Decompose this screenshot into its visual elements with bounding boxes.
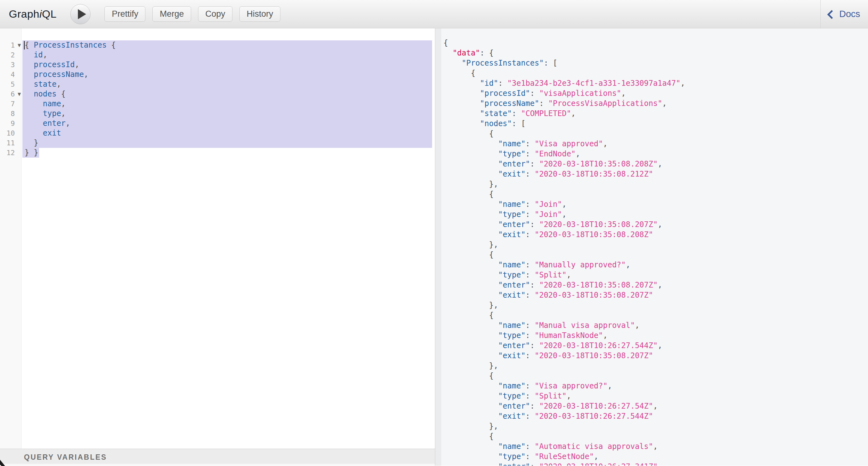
toolbar: GraphiQL PrettifyMergeCopyHistory Docs bbox=[0, 0, 868, 28]
query-line-9: 9 enter, bbox=[0, 119, 435, 128]
result-line: ▼ "nodes": [ bbox=[435, 119, 868, 129]
result-line: "type": "EndNode", bbox=[435, 149, 868, 159]
docs-tab[interactable]: Docs bbox=[820, 0, 868, 28]
fold-gutter-spacer bbox=[16, 70, 22, 80]
play-icon bbox=[78, 9, 86, 19]
result-pane[interactable]: ▼{▼ "data": {▼ "ProcessInstances": [▼ { … bbox=[435, 28, 868, 466]
query-line-4: 4 processName, bbox=[0, 70, 435, 80]
result-line: "type": "Split", bbox=[435, 270, 868, 280]
line-number: 9 bbox=[0, 119, 16, 128]
fold-gutter-spacer bbox=[16, 128, 22, 138]
result-line: "type": "HumanTaskNode", bbox=[435, 331, 868, 341]
prettify-button[interactable]: Prettify bbox=[104, 6, 146, 22]
result-line: ▼ { bbox=[435, 189, 868, 199]
text-selection bbox=[22, 80, 432, 89]
result-line: "name": "Visa approved?", bbox=[435, 381, 868, 391]
result-line: ▼ { bbox=[435, 310, 868, 320]
text-selection bbox=[22, 109, 432, 119]
query-editor-pane[interactable]: 1▼{ ProcessInstances {2 id,3 processId,4… bbox=[0, 28, 435, 466]
docs-label: Docs bbox=[839, 9, 860, 19]
result-line: "type": "Join", bbox=[435, 209, 868, 219]
result-line: }, bbox=[435, 240, 868, 250]
line-number: 2 bbox=[0, 50, 16, 60]
logo-part-i: i bbox=[39, 8, 42, 20]
result-line: "type": "RuleSetNode", bbox=[435, 452, 868, 462]
result-line: ▼{ bbox=[435, 38, 868, 48]
query-variables-bar[interactable]: QUERY VARIABLES bbox=[0, 449, 435, 466]
result-line: ▼ { bbox=[435, 431, 868, 441]
variables-editor-strip bbox=[0, 464, 435, 466]
text-selection bbox=[22, 138, 432, 148]
history-button[interactable]: History bbox=[239, 6, 280, 22]
fold-gutter-spacer bbox=[16, 60, 22, 70]
line-number: 10 bbox=[0, 128, 16, 138]
result-line: ▼ "data": { bbox=[435, 48, 868, 58]
query-line-10: 10 exit bbox=[0, 128, 435, 138]
result-line: "exit": "2020-03-18T10:35:08.207Z" bbox=[435, 290, 868, 300]
result-line: "type": "Split", bbox=[435, 391, 868, 401]
result-line: ▼ "ProcessInstances": [ bbox=[435, 58, 868, 68]
fold-gutter-spacer bbox=[16, 80, 22, 89]
result-line: }, bbox=[435, 300, 868, 310]
line-number: 11 bbox=[0, 138, 16, 148]
text-selection bbox=[22, 89, 432, 99]
query-line-12: 12} } bbox=[0, 148, 435, 158]
text-selection bbox=[22, 60, 432, 70]
result-line: "enter": "2020-03-18T10:35:08.207Z", bbox=[435, 280, 868, 290]
fold-gutter-spacer bbox=[16, 50, 22, 60]
query-line-2: 2 id, bbox=[0, 50, 435, 60]
chevron-left-icon bbox=[827, 10, 836, 19]
result-line: "name": "Join", bbox=[435, 199, 868, 209]
query-line-6: 6▼ nodes { bbox=[0, 89, 435, 99]
line-number: 7 bbox=[0, 99, 16, 109]
result-line: "processId": "visaApplications", bbox=[435, 88, 868, 98]
result-line: "name": "Visa approved", bbox=[435, 139, 868, 149]
fold-gutter-spacer bbox=[16, 109, 22, 119]
result-line: "exit": "2020-03-18T10:26:27.544Z" bbox=[435, 411, 868, 421]
line-number: 4 bbox=[0, 70, 16, 80]
result-line: "enter": "2020-03-18T10:26:27.54Z", bbox=[435, 401, 868, 411]
result-line: ▼ { bbox=[435, 129, 868, 139]
fold-gutter-spacer bbox=[16, 119, 22, 128]
query-editor-lines[interactable]: 1▼{ ProcessInstances {2 id,3 processId,4… bbox=[0, 28, 435, 449]
line-number: 8 bbox=[0, 109, 16, 119]
fold-gutter-spacer bbox=[16, 99, 22, 109]
copy-button[interactable]: Copy bbox=[198, 6, 232, 22]
line-number: 5 bbox=[0, 80, 16, 89]
text-selection bbox=[22, 119, 432, 128]
result-line: "name": "Automatic visa approvals", bbox=[435, 441, 868, 452]
text-selection bbox=[22, 128, 432, 138]
query-line-7: 7 name, bbox=[0, 99, 435, 109]
text-caret bbox=[24, 41, 25, 50]
merge-button[interactable]: Merge bbox=[152, 6, 191, 22]
result-line: "id": "3e1ba234-b2e3-4cf1-a331-1e33097a1… bbox=[435, 78, 868, 88]
result-line: "enter": "2020-03-18T10:26:27.341Z" bbox=[435, 462, 868, 466]
logo-part-graph: Graph bbox=[9, 8, 39, 20]
result-line: "state": "COMPLETED", bbox=[435, 108, 868, 119]
query-line-1: 1▼{ ProcessInstances { bbox=[0, 40, 435, 50]
graphiql-app: GraphiQL PrettifyMergeCopyHistory Docs 1… bbox=[0, 0, 868, 466]
result-line: "exit": "2020-03-18T10:35:08.207Z" bbox=[435, 351, 868, 361]
result-line: "exit": "2020-03-18T10:35:08.212Z" bbox=[435, 169, 868, 179]
result-line: "processName": "ProcessVisaApplications"… bbox=[435, 98, 868, 108]
result-line: "enter": "2020-03-18T10:26:27.544Z", bbox=[435, 341, 868, 351]
result-line: ▼ { bbox=[435, 250, 868, 260]
result-line: "enter": "2020-03-18T10:35:08.208Z", bbox=[435, 159, 868, 169]
app-logo: GraphiQL bbox=[9, 8, 57, 20]
fold-gutter-spacer bbox=[16, 138, 22, 148]
result-line: }, bbox=[435, 361, 868, 371]
line-number: 12 bbox=[0, 148, 16, 158]
result-line: "enter": "2020-03-18T10:35:08.207Z", bbox=[435, 219, 868, 229]
logo-part-ql: QL bbox=[42, 8, 57, 20]
line-number: 6 bbox=[0, 89, 16, 99]
result-line: }, bbox=[435, 179, 868, 189]
result-line: "name": "Manually approved?", bbox=[435, 260, 868, 270]
line-number: 3 bbox=[0, 60, 16, 70]
fold-arrow-icon[interactable]: ▼ bbox=[16, 40, 22, 50]
execute-query-button[interactable] bbox=[70, 4, 91, 24]
result-fold-gutter bbox=[435, 28, 441, 466]
result-lines: ▼{▼ "data": {▼ "ProcessInstances": [▼ { … bbox=[435, 38, 868, 466]
result-line: "exit": "2020-03-18T10:35:08.208Z" bbox=[435, 229, 868, 240]
fold-arrow-icon[interactable]: ▼ bbox=[16, 89, 22, 99]
text-selection bbox=[22, 50, 432, 60]
